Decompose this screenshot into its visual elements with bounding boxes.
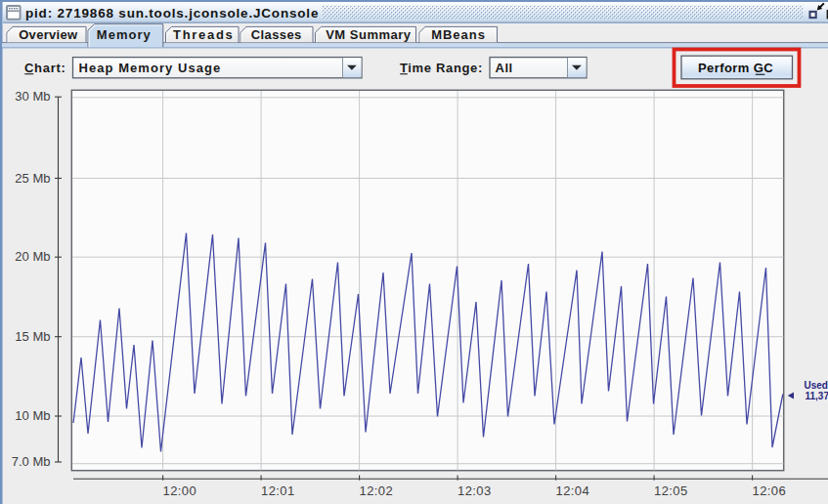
svg-text:12:04: 12:04 [556,483,590,498]
svg-text:VM Summary: VM Summary [326,27,412,42]
svg-text:7.0 Mb: 7.0 Mb [12,454,51,469]
svg-text:pid: 2719868 sun.tools.jconsol: pid: 2719868 sun.tools.jconsole.JConsole [25,6,319,21]
svg-text:Used: Used [805,380,828,391]
svg-text:12:00: 12:00 [163,483,197,498]
svg-text:25 Mb: 25 Mb [15,171,50,186]
svg-text:MBeans: MBeans [431,27,486,42]
svg-text:Threads: Threads [173,27,234,42]
svg-text:Overview: Overview [19,27,78,42]
svg-text:Time Range:: Time Range: [400,61,483,75]
svg-text:Memory: Memory [97,27,152,42]
svg-text:All: All [496,61,513,75]
svg-text:Chart:: Chart: [24,61,65,75]
svg-text:12:03: 12:03 [458,483,492,498]
svg-text:10 Mb: 10 Mb [15,408,50,423]
svg-text:12:02: 12:02 [360,483,394,498]
svg-text:20 Mb: 20 Mb [15,249,50,264]
svg-text:30 Mb: 30 Mb [15,89,50,104]
svg-text:Classes: Classes [251,27,302,42]
svg-text:11,379: 11,379 [806,391,828,401]
svg-text:12:06: 12:06 [753,483,787,498]
svg-text:12:05: 12:05 [654,483,688,498]
svg-text:Perform GC: Perform GC [698,61,773,75]
svg-text:15 Mb: 15 Mb [15,329,50,344]
svg-text:12:01: 12:01 [261,483,295,498]
svg-text:Heap Memory Usage: Heap Memory Usage [79,61,222,75]
